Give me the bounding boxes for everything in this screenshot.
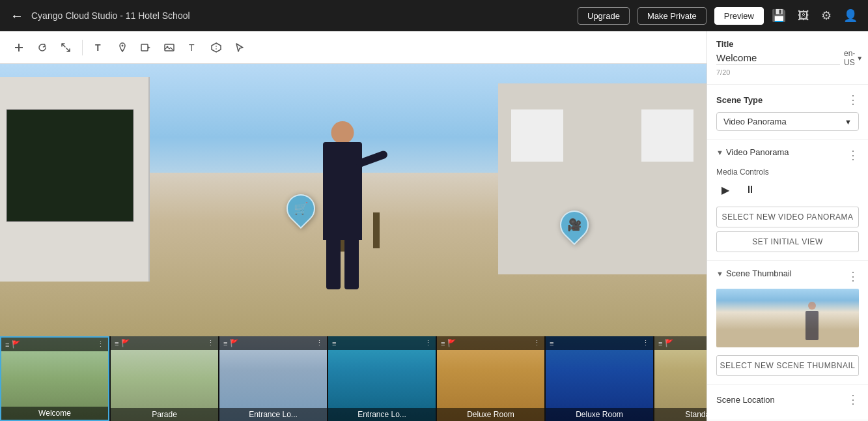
svg-marker-5: [148, 46, 150, 49]
person-head: [331, 121, 354, 144]
scene-thumbnail-preview: [716, 289, 859, 347]
hotspot-cart[interactable]: 🛒: [287, 194, 315, 223]
select-thumbnail-button[interactable]: SELECT NEW SCENE THUMBNAIL: [716, 355, 859, 376]
scene-location-section: Scene Location ⋮: [707, 385, 868, 420]
scene-type-dropdown[interactable]: Video Panorama ▼: [716, 112, 859, 131]
svg-text:T: T: [189, 42, 195, 53]
video-panorama-more-icon[interactable]: ⋮: [847, 148, 859, 162]
play-button[interactable]: ▶: [716, 181, 735, 199]
text2-tool-button[interactable]: T: [182, 36, 204, 59]
text-tool-button[interactable]: T: [88, 36, 110, 59]
scene-more-icon-3[interactable]: ⋮: [316, 339, 323, 347]
media-controls-label: Media Controls: [716, 167, 859, 177]
cursor-tool-button[interactable]: [229, 36, 251, 59]
hotspot-camera[interactable]: 🎥: [560, 210, 589, 239]
scene-item-entrance1[interactable]: ≡ 🚩 ⋮ Entrance Lo...: [219, 336, 327, 421]
video-panorama-collapsible[interactable]: ▼ Video Panorama: [716, 147, 789, 157]
scene-thumbnail-collapsible[interactable]: ▼ Scene Thumbnail: [716, 269, 792, 278]
scene-item-standard[interactable]: ≡ 🚩 ⋮ Standard R...: [654, 336, 707, 421]
topbar-icons: 💾 🖼 ⚙ 👤: [772, 8, 858, 23]
scene-icons-5: ≡ 🚩: [441, 339, 456, 347]
scene-icons-3: ≡ 🚩: [223, 339, 239, 347]
scene-strip: ≡ 🚩 ⋮ Welcome ≡ 🚩 ⋮ Parade: [0, 336, 707, 421]
save-icon[interactable]: 💾: [772, 8, 786, 23]
scene-type-value: Video Panorama: [723, 117, 787, 126]
scene-label-parade: Parade: [111, 408, 218, 421]
scene-menu-icon-4[interactable]: ≡: [332, 340, 336, 347]
scene-item-parade[interactable]: ≡ 🚩 ⋮ Parade: [111, 336, 218, 421]
scene-menu-icon-7[interactable]: ≡: [658, 340, 662, 347]
viewport[interactable]: 🛒 🎥: [0, 64, 707, 336]
expand-button[interactable]: [55, 36, 77, 59]
thumbnail-more-icon[interactable]: ⋮: [847, 269, 859, 283]
scene-thumbnail-section: ▼ Scene Thumbnail ⋮ SELECT NEW SCENE THU…: [707, 261, 868, 385]
lang-select[interactable]: en-US ▼: [844, 49, 863, 67]
scene-item-deluxe2[interactable]: ≡ ⋮ Deluxe Room: [546, 336, 653, 421]
person-body: [323, 142, 362, 240]
scene-flag-icon-2[interactable]: 🚩: [121, 339, 130, 347]
scene-item-entrance2-header: ≡ ⋮: [328, 336, 436, 350]
scene-menu-icon-5[interactable]: ≡: [441, 340, 445, 347]
person-arm: [355, 150, 388, 168]
settings-icon[interactable]: ⚙: [821, 8, 832, 23]
cube-tool-button[interactable]: [205, 36, 227, 59]
person-leg-left: [326, 237, 341, 289]
left-panel: T T: [0, 31, 707, 421]
preview-button[interactable]: Preview: [714, 7, 764, 25]
building-right-window: [511, 109, 563, 162]
right-panel: Title en-US ▼ 7/20 Scene Type ⋮ Video Pa…: [707, 31, 868, 421]
svg-rect-4: [141, 44, 148, 51]
toolbar-separator-1: [82, 40, 83, 55]
scene-menu-icon[interactable]: ≡: [5, 341, 9, 349]
scene-icons-2: ≡ 🚩: [115, 339, 130, 347]
topbar: ← Cyango Cloud Studio - 11 Hotel School …: [0, 0, 868, 31]
thumb-body: [805, 311, 819, 340]
toolbar: T T: [0, 31, 707, 64]
image-tool-button[interactable]: [158, 36, 180, 59]
refresh-button[interactable]: [31, 36, 53, 59]
scene-flag-icon-3[interactable]: 🚩: [230, 339, 239, 347]
set-initial-view-button[interactable]: SET INITIAL VIEW: [716, 231, 859, 252]
title-section: Title en-US ▼ 7/20: [707, 31, 868, 85]
title-input-row: en-US ▼: [716, 49, 859, 67]
scene-background: 🛒 🎥: [0, 64, 707, 336]
scene-more-icon-6[interactable]: ⋮: [642, 339, 649, 347]
scene-item-deluxe1[interactable]: ≡ 🚩 ⋮ Deluxe Room: [437, 336, 544, 421]
upgrade-button[interactable]: Upgrade: [578, 7, 630, 25]
scene-item-welcome-header: ≡ 🚩 ⋮: [1, 338, 108, 351]
user-icon[interactable]: 👤: [843, 8, 858, 23]
scene-item-welcome[interactable]: ≡ 🚩 ⋮ Welcome: [0, 336, 109, 421]
thumb-person-silhouette: [800, 302, 823, 344]
location-more-icon[interactable]: ⋮: [847, 392, 859, 407]
scene-flag-icon-7[interactable]: 🚩: [665, 339, 674, 347]
scene-menu-icon-2[interactable]: ≡: [115, 340, 119, 347]
svg-text:T: T: [95, 42, 101, 53]
app-title: Cyango Cloud Studio - 11 Hotel School: [31, 10, 570, 21]
person-legs: [326, 237, 359, 289]
scene-more-icon-2[interactable]: ⋮: [207, 339, 214, 347]
thumb-head: [808, 302, 816, 310]
scene-more-icon-4[interactable]: ⋮: [425, 339, 432, 347]
video-tool-button[interactable]: [135, 36, 157, 59]
scene-item-entrance2[interactable]: ≡ ⋮ Entrance Lo...: [328, 336, 436, 421]
title-input[interactable]: [716, 51, 840, 65]
scene-more-icon[interactable]: ⋮: [97, 340, 104, 349]
scene-flag-icon-5[interactable]: 🚩: [447, 339, 456, 347]
scene-flag-icon[interactable]: 🚩: [12, 340, 21, 349]
main-layout: T T: [0, 31, 868, 421]
scene-icons: ≡ 🚩: [5, 340, 21, 349]
select-video-button[interactable]: SELECT NEW VIDEO PANORAMA: [716, 207, 859, 227]
scene-type-more-icon[interactable]: ⋮: [847, 93, 859, 107]
pin-tool-button[interactable]: [111, 36, 133, 59]
make-private-button[interactable]: Make Private: [637, 7, 707, 25]
gallery-icon[interactable]: 🖼: [798, 9, 809, 23]
scene-location-header: Scene Location ⋮: [716, 392, 859, 407]
pause-button[interactable]: ⏸: [741, 181, 759, 199]
scene-more-icon-5[interactable]: ⋮: [533, 339, 540, 347]
scene-menu-icon-3[interactable]: ≡: [223, 340, 227, 347]
add-button[interactable]: [8, 36, 30, 59]
back-button[interactable]: ←: [10, 8, 23, 23]
scene-item-deluxe1-header: ≡ 🚩 ⋮: [437, 336, 544, 350]
scene-label-deluxe2: Deluxe Room: [546, 408, 653, 421]
scene-menu-icon-6[interactable]: ≡: [550, 340, 553, 347]
